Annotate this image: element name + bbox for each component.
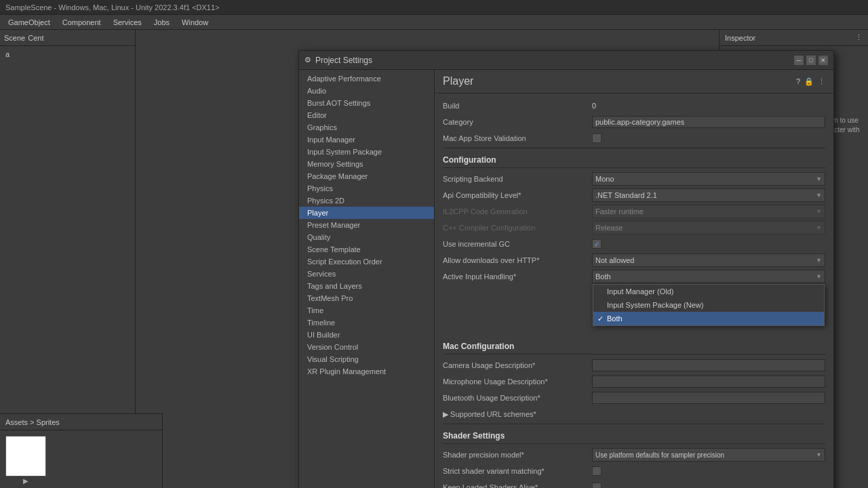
sidebar-item-package-manager[interactable]: Package Manager — [299, 170, 434, 182]
sidebar-item-services[interactable]: Services — [299, 268, 434, 280]
sidebar-item-physics[interactable]: Physics — [299, 182, 434, 195]
il2cpp-dropdown[interactable]: Faster runtime ▼ — [592, 205, 825, 218]
mac-store-row: Mac App Store Validation — [443, 131, 825, 145]
menu-window[interactable]: Window — [176, 17, 214, 28]
sidebar-item-timeline[interactable]: Timeline — [299, 317, 434, 329]
incremental-gc-label: Use incremental GC — [443, 240, 592, 248]
menu-jobs[interactable]: Jobs — [149, 17, 175, 28]
microphone-usage-row: Microphone Usage Description* — [443, 375, 825, 388]
shader-precision-label: Shader precision model* — [443, 451, 592, 459]
strict-shader-checkbox[interactable] — [592, 466, 601, 476]
sidebar-item-version-control[interactable]: Version Control — [299, 341, 434, 353]
menu-component[interactable]: Component — [57, 17, 106, 28]
scripting-backend-label: Scripting Backend — [443, 175, 592, 183]
keep-shaders-row: Keep Loaded Shaders Alive* — [443, 481, 825, 488]
asset-content: ▶ — [0, 430, 162, 488]
category-input[interactable] — [592, 116, 825, 128]
shader-precision-dropdown[interactable]: Use platform defaults for sampler precis… — [592, 448, 825, 462]
camera-usage-input[interactable] — [592, 359, 825, 371]
camera-usage-label: Camera Usage Description* — [443, 361, 592, 369]
sidebar-item-adaptive[interactable]: Adaptive Performance — [299, 73, 434, 85]
incremental-gc-checkbox[interactable] — [592, 239, 601, 249]
asset-item-sprites[interactable]: ▶ — [5, 436, 46, 485]
sidebar-item-audio[interactable]: Audio — [299, 85, 434, 97]
sidebar-item-physics2d[interactable]: Physics 2D — [299, 195, 434, 207]
sidebar-item-burst[interactable]: Burst AOT Settings — [299, 97, 434, 109]
sidebar-item-input-system[interactable]: Input System Package — [299, 146, 434, 158]
player-title: Player — [443, 75, 473, 87]
active-input-popup: Input Manager (Old) Input System Package… — [593, 284, 825, 326]
dialog-maximize-btn[interactable]: □ — [806, 56, 816, 65]
active-input-dropdown[interactable]: Both ▼ Input Manager (Old) Input System … — [592, 270, 825, 283]
keep-shaders-label: Keep Loaded Shaders Alive* — [443, 483, 592, 488]
strict-shader-label: Strict shader variant matching* — [443, 467, 592, 475]
incremental-gc-row: Use incremental GC — [443, 237, 825, 251]
inspector-title: Inspector — [725, 34, 755, 42]
dropdown-option-both[interactable]: Both — [593, 312, 824, 325]
dialog-minimize-btn[interactable]: ─ — [794, 56, 804, 65]
sprite-thumbnail — [5, 436, 46, 476]
microphone-usage-input[interactable] — [592, 375, 825, 388]
menu-bar: GameObject Component Services Jobs Windo… — [0, 15, 868, 30]
sidebar-item-ui-builder[interactable]: UI Builder — [299, 329, 434, 341]
sidebar-item-player[interactable]: Player — [299, 207, 434, 219]
category-row: Category — [443, 115, 825, 129]
allow-downloads-row: Allow downloads over HTTP* Not allowed ▼ — [443, 253, 825, 267]
scene-header: Scene Cent — [0, 30, 135, 46]
keep-shaders-checkbox[interactable] — [592, 483, 601, 488]
active-input-row: Active Input Handling* Both ▼ Input Mana… — [443, 270, 825, 283]
shader-precision-row: Shader precision model* Use platform def… — [443, 448, 825, 462]
sidebar-item-input-manager[interactable]: Input Manager — [299, 134, 434, 146]
help-icon[interactable]: ? — [796, 77, 800, 86]
scene-label: Scene — [4, 34, 25, 42]
supported-url-label: ▶ Supported URL schemes* — [443, 410, 592, 419]
bluetooth-usage-input[interactable] — [592, 392, 825, 404]
build-value: 0 — [592, 102, 825, 110]
sidebar-item-scene-template[interactable]: Scene Template — [299, 243, 434, 256]
shader-settings-section: Shader Settings — [443, 427, 825, 444]
configuration-section: Configuration — [443, 151, 825, 168]
sidebar-item-editor[interactable]: Editor — [299, 109, 434, 121]
project-settings-dialog: ⚙ Project Settings ─ □ ✕ Adaptive Perfor… — [298, 50, 834, 488]
dropdown-arrow: ▼ — [816, 176, 822, 182]
menu-services[interactable]: Services — [108, 17, 147, 28]
assets-path: Assets > Sprites — [5, 418, 60, 426]
sidebar-item-time[interactable]: Time — [299, 304, 434, 317]
bottom-panel-header: Assets > Sprites — [0, 414, 162, 430]
build-row: Build 0 — [443, 99, 825, 113]
sidebar-item-textmesh[interactable]: TextMesh Pro — [299, 292, 434, 304]
inspector-menu-icon[interactable]: ⋮ — [855, 33, 863, 42]
scripting-backend-dropdown[interactable]: Mono ▼ — [592, 172, 825, 186]
il2cpp-label: IL2CPP Code Generation — [443, 207, 592, 216]
cpp-compiler-label: C++ Compiler Configuration — [443, 224, 592, 232]
cpp-compiler-dropdown[interactable]: Release ▼ — [592, 221, 825, 235]
sprite-label: ▶ — [23, 477, 28, 485]
more-icon[interactable]: ⋮ — [818, 77, 825, 86]
bottom-panel: Assets > Sprites ▶ — [0, 413, 163, 488]
api-compat-label: Api Compatibility Level* — [443, 191, 592, 199]
dropdown-option-new[interactable]: Input System Package (New) — [593, 298, 824, 312]
scene-item: a — [3, 49, 132, 60]
microphone-usage-label: Microphone Usage Description* — [443, 378, 592, 386]
sidebar-item-xr[interactable]: XR Plugin Management — [299, 365, 434, 378]
sidebar-item-tags[interactable]: Tags and Layers — [299, 280, 434, 292]
lock-icon[interactable]: 🔒 — [804, 77, 814, 86]
sidebar-item-graphics[interactable]: Graphics — [299, 121, 434, 134]
center-area: ⚙ Project Settings ─ □ ✕ Adaptive Perfor… — [136, 30, 868, 488]
title-text: SampleScene - Windows, Mac, Linux - Unit… — [5, 3, 220, 12]
menu-gameobject[interactable]: GameObject — [3, 17, 56, 28]
api-compat-dropdown[interactable]: .NET Standard 2.1 ▼ — [592, 188, 825, 202]
sidebar-item-visual-scripting[interactable]: Visual Scripting — [299, 353, 434, 365]
sidebar-item-quality[interactable]: Quality — [299, 231, 434, 243]
sidebar-item-preset[interactable]: Preset Manager — [299, 219, 434, 231]
bluetooth-usage-label: Bluetooth Usage Description* — [443, 394, 592, 402]
mac-store-checkbox[interactable] — [592, 134, 601, 143]
allow-downloads-dropdown[interactable]: Not allowed ▼ — [592, 253, 825, 267]
dialog-title-bar[interactable]: ⚙ Project Settings ─ □ ✕ — [299, 51, 833, 70]
dropdown-option-old[interactable]: Input Manager (Old) — [593, 285, 824, 298]
sidebar-item-memory[interactable]: Memory Settings — [299, 158, 434, 170]
player-header: Player ? 🔒 ⋮ — [435, 70, 833, 94]
sidebar-item-script-execution[interactable]: Script Execution Order — [299, 256, 434, 268]
content-inner: Build 0 Category Mac App Store Validatio… — [435, 94, 833, 488]
dialog-close-btn[interactable]: ✕ — [818, 56, 828, 65]
